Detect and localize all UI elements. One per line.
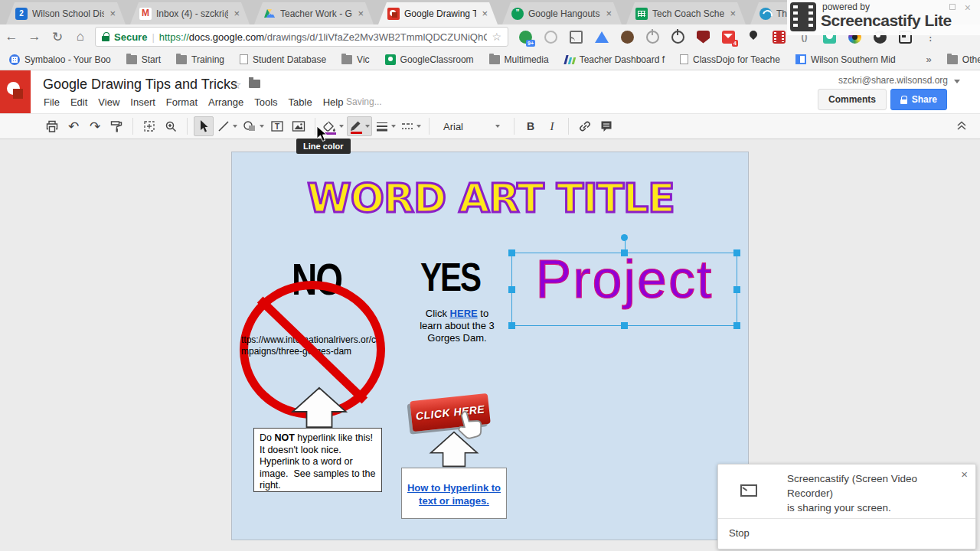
bookmark-symbaloo[interactable]: Symbaloo - Your Boo [9,54,111,65]
redo-button[interactable]: ↷ [85,116,105,136]
zoom-fit-button[interactable] [139,116,159,136]
tab-close-icon[interactable]: × [357,8,364,19]
up-arrow-shape[interactable] [290,386,348,429]
up-arrow-shape[interactable] [426,431,482,468]
pin-extension-icon[interactable] [747,31,760,44]
tab-hangouts[interactable]: ” Google Hangouts × [502,2,622,24]
line-weight-button[interactable] [374,116,397,136]
cast-icon[interactable] [570,31,583,44]
star-icon[interactable]: ☆ [231,78,241,92]
drive-extension-icon[interactable] [595,31,609,43]
resize-handle-ne[interactable] [733,249,740,256]
bookmark-star-icon[interactable]: ☆ [492,31,501,43]
account-email[interactable]: szckri@share.wilsonsd.org [838,75,948,86]
line-color-button[interactable] [347,116,372,136]
howto-link-line1[interactable]: How to Hyperlink to [402,481,506,494]
menu-insert[interactable]: Insert [125,95,161,109]
bookmark-classdojo[interactable]: ClassDojo for Teache [680,54,780,65]
resize-handle-se[interactable] [733,322,740,329]
comments-button[interactable]: Comments [818,89,887,110]
resize-handle-nw[interactable] [508,249,515,256]
bookmark-vic[interactable]: Vic [341,54,369,65]
mail-extension-icon[interactable]: 4 [722,31,735,44]
selected-text-box[interactable]: Project [511,253,737,326]
tab-wilson[interactable]: 2 Wilson School Distr × [6,2,126,24]
notification-close-icon[interactable]: × [961,468,968,481]
bookmark-multimedia[interactable]: Multimedia [489,54,549,65]
bold-button[interactable]: B [521,116,541,136]
menu-edit[interactable]: Edit [65,95,93,109]
stop-sharing-button[interactable]: Stop [729,527,750,539]
zoom-button[interactable] [161,116,181,136]
brown-extension-icon[interactable] [621,31,634,44]
tab-drive[interactable]: Teacher Work - Goo × [254,2,374,24]
tab-google-drawing[interactable]: Google Drawing Tip × [378,2,498,24]
italic-button[interactable]: I [542,116,562,136]
other-bookmarks[interactable]: Other bookmarks [947,54,980,65]
home-button[interactable]: ⌂ [69,29,92,44]
tab-close-icon[interactable]: × [109,8,116,19]
resize-handle-n[interactable] [621,249,628,256]
word-art-title[interactable]: WORD ART TITLE [247,175,734,221]
font-family-select[interactable]: Arial [439,117,505,135]
menu-help[interactable]: Help [318,95,349,109]
tab-close-icon[interactable]: × [233,8,240,19]
howto-link-box[interactable]: How to Hyperlink to text or images. [401,468,507,519]
move-folder-icon[interactable] [249,80,260,88]
bookmarks-overflow-icon[interactable]: » [926,54,932,65]
forward-button[interactable]: → [23,29,46,44]
resize-handle-s[interactable] [621,322,628,329]
bookmark-classroom[interactable]: GoogleClassroom [385,54,474,65]
undo-button[interactable]: ↶ [64,116,83,136]
tab-close-icon[interactable]: × [729,8,737,19]
document-title[interactable]: Google Drawing Tips and Tricks [43,77,237,93]
select-tool-button[interactable] [194,116,214,136]
address-bar[interactable]: Secure | https://docs.google.com/drawing… [95,27,508,47]
paint-format-button[interactable] [106,116,126,136]
line-tool-button[interactable] [215,116,239,136]
project-word[interactable]: Project [512,249,737,310]
text-box-button[interactable]: T [267,116,287,136]
menu-tools[interactable]: Tools [249,95,283,109]
yes-note-text[interactable]: Click HERE to learn about the 3 Gorges D… [416,308,498,344]
insert-comment-button[interactable] [596,116,616,136]
warning-text-box[interactable]: Do NOT hyperlink like this! It doesn't l… [253,428,382,492]
account-caret-icon[interactable] [954,80,960,83]
here-link[interactable]: HERE [450,308,478,319]
bookmark-teacher-dashboard[interactable]: Teacher Dashboard f [564,54,665,65]
back-button[interactable]: ← [0,29,23,44]
tab-gmail[interactable]: M Inbox (4) - szckri@s × [130,2,250,24]
power-gray-icon[interactable] [646,31,659,44]
insert-image-button[interactable] [289,116,309,136]
resize-handle-sw[interactable] [508,322,515,329]
collapse-toolbar-icon[interactable] [956,119,968,135]
print-button[interactable] [42,116,62,136]
power-black-icon[interactable] [671,31,684,44]
line-dash-button[interactable] [399,116,423,136]
bookmark-student-database[interactable]: Student Database [240,54,326,65]
resize-handle-w[interactable] [508,286,515,293]
rotation-handle[interactable] [621,234,628,241]
menu-arrange[interactable]: Arrange [203,95,249,109]
menu-table[interactable]: Table [283,95,318,109]
tab-tech-coach[interactable]: Tech Coach Schedu × [626,2,746,24]
reload-button[interactable]: ↻ [46,29,69,45]
howto-link-line2[interactable]: text or images. [402,494,506,507]
screencastify-film-icon[interactable] [773,31,786,44]
bookmark-wilson-southern[interactable]: Wilson Southern Mid [795,54,896,65]
menu-view[interactable]: View [93,95,125,109]
green-circle-extension-icon[interactable]: 9+ [519,31,532,44]
menu-file[interactable]: File [38,95,65,109]
bookmark-training[interactable]: Training [176,54,224,65]
tab-close-icon[interactable]: × [481,8,488,19]
insert-link-button[interactable] [575,116,595,136]
tab-close-icon[interactable]: × [605,8,612,19]
share-button[interactable]: Share [890,89,947,110]
bookmark-start[interactable]: Start [126,54,161,65]
yes-heading[interactable]: YES [420,254,480,300]
shape-tool-button[interactable] [240,116,266,136]
shield-extension-icon[interactable]: 5 [697,31,710,44]
menu-format[interactable]: Format [161,95,203,109]
gray-circle-extension-icon[interactable] [544,31,557,44]
drawing-canvas[interactable]: WORD ART TITLE NO ttps://www.internation… [231,152,749,540]
